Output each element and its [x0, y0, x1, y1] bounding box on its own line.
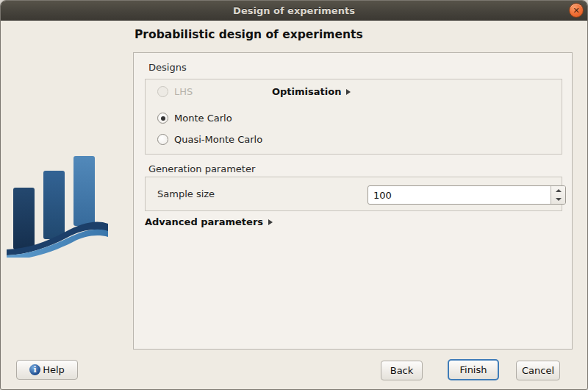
generation-section-label: Generation parameter [148, 163, 255, 174]
designs-section-label: Designs [148, 62, 187, 73]
finish-button-label: Finish [459, 364, 487, 375]
spinner-buttons [551, 186, 565, 204]
arrow-down-icon [556, 198, 562, 201]
back-button[interactable]: Back [381, 361, 423, 380]
advanced-parameters-label: Advanced parameters [145, 216, 263, 227]
advanced-parameters-expander[interactable]: Advanced parameters [145, 216, 273, 227]
info-glyph: i [34, 365, 37, 375]
help-button-label: Help [43, 364, 65, 375]
close-icon: ✕ [573, 6, 579, 15]
radio-lhs [157, 86, 168, 97]
dialog-window: Design of experiments ✕ Probabilistic de… [0, 0, 588, 390]
optimisation-label: Optimisation [272, 86, 341, 97]
radio-monte-carlo[interactable] [157, 113, 168, 124]
sample-size-label: Sample size [157, 188, 215, 199]
sample-size-spinbox [368, 185, 566, 205]
radio-row-quasi-monte-carlo[interactable]: Quasi-Monte Carlo [157, 134, 262, 145]
radio-lhs-label: LHS [174, 86, 193, 97]
radio-monte-carlo-label: Monte Carlo [174, 113, 232, 124]
cancel-button-label: Cancel [522, 365, 554, 376]
radio-quasi-monte-carlo-label: Quasi-Monte Carlo [174, 134, 262, 145]
logo-bar-3 [74, 156, 95, 226]
radio-row-monte-carlo[interactable]: Monte Carlo [157, 113, 232, 124]
back-button-label: Back [390, 365, 414, 376]
info-icon: i [29, 364, 40, 375]
designs-groupbox: LHS Optimisation Monte Carlo Quasi-Monte… [145, 79, 562, 155]
spin-down-button[interactable] [551, 195, 565, 204]
finish-button[interactable]: Finish [448, 359, 499, 380]
logo-bar-2 [43, 171, 65, 239]
generation-groupbox: Sample size [145, 177, 562, 211]
cancel-button[interactable]: Cancel [516, 361, 560, 380]
window-title: Design of experiments [233, 5, 355, 16]
content-panel: Designs LHS Optimisation Monte Carlo Qua… [133, 52, 573, 350]
spin-up-button[interactable] [551, 186, 565, 195]
chevron-right-icon [268, 219, 273, 225]
chevron-right-icon [346, 89, 351, 95]
persalys-logo [7, 151, 111, 258]
arrow-up-icon [556, 189, 562, 192]
logo-bar-1 [13, 188, 35, 249]
close-button[interactable]: ✕ [569, 3, 584, 18]
titlebar: Design of experiments ✕ [1, 1, 587, 21]
help-button[interactable]: i Help [16, 360, 78, 380]
page-title: Probabilistic design of experiments [135, 28, 363, 41]
sample-size-input[interactable] [368, 186, 551, 204]
optimisation-expander[interactable]: Optimisation [272, 86, 351, 97]
radio-quasi-monte-carlo[interactable] [157, 134, 168, 145]
radio-row-lhs: LHS [157, 86, 193, 97]
